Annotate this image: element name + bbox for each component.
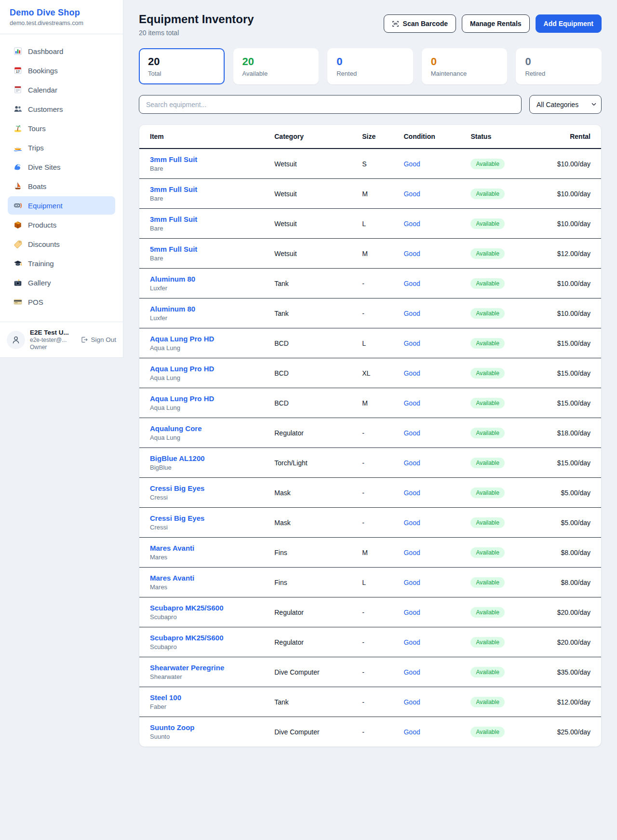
condition-link[interactable]: Good <box>403 668 420 676</box>
sidebar-item-products[interactable]: Products <box>8 216 115 234</box>
condition-link[interactable]: Good <box>403 549 420 556</box>
stat-label: Maintenance <box>431 70 498 77</box>
stat-card-available[interactable]: 20 Available <box>233 48 319 84</box>
condition-link[interactable]: Good <box>403 579 420 586</box>
table-row: Scubapro MK25/S600 Scubapro Regulator - … <box>139 597 601 627</box>
stat-value: 0 <box>336 56 404 68</box>
item-rental: $5.00/day <box>539 508 601 538</box>
condition-link[interactable]: Good <box>403 280 420 287</box>
manage-rentals-button[interactable]: Manage Rentals <box>462 14 530 33</box>
item-name-link[interactable]: Suunto Zoop <box>150 723 194 732</box>
condition-link[interactable]: Good <box>403 310 420 317</box>
sidebar-item-label: Bookings <box>28 67 58 75</box>
sidebar-item-bookings[interactable]: 17 Bookings <box>8 61 115 80</box>
sidebar-item-discounts[interactable]: Discounts <box>8 235 115 253</box>
sidebar-item-boats[interactable]: Boats <box>8 177 115 195</box>
sign-out-button[interactable]: Sign Out <box>80 336 116 343</box>
sidebar-item-calendar[interactable]: Calendar <box>8 81 115 99</box>
sidebar-item-trips[interactable]: Trips <box>8 138 115 157</box>
condition-link[interactable]: Good <box>403 369 420 377</box>
item-name-link[interactable]: Aqua Lung Pro HD <box>150 335 214 343</box>
condition-link[interactable]: Good <box>403 339 420 347</box>
item-name-link[interactable]: Mares Avanti <box>150 544 194 552</box>
item-name-link[interactable]: Aqua Lung Pro HD <box>150 365 214 373</box>
item-brand: Bare <box>150 195 263 202</box>
item-name-link[interactable]: Shearwater Peregrine <box>150 664 224 672</box>
status-badge: Available <box>470 667 504 677</box>
status-badge: Available <box>470 189 504 199</box>
status-badge: Available <box>470 428 504 438</box>
item-name-link[interactable]: Cressi Big Eyes <box>150 484 204 492</box>
item-brand: Shearwater <box>150 673 263 680</box>
item-rental: $35.00/day <box>539 657 601 687</box>
condition-link[interactable]: Good <box>403 399 420 407</box>
item-name-link[interactable]: 3mm Full Suit <box>150 185 197 193</box>
condition-link[interactable]: Good <box>403 429 420 437</box>
sidebar-item-dashboard[interactable]: Dashboard <box>8 42 115 60</box>
stat-card-maintenance[interactable]: 0 Maintenance <box>422 48 508 84</box>
table-row: Mares Avanti Mares Fins L Good Available… <box>139 568 601 597</box>
item-size: M <box>356 239 398 269</box>
add-equipment-button[interactable]: Add Equipment <box>536 14 602 33</box>
stat-value: 20 <box>242 56 310 68</box>
item-name-link[interactable]: Cressi Big Eyes <box>150 514 204 522</box>
stat-card-total[interactable]: 20 Total <box>139 48 225 84</box>
page-title: Equipment Inventory <box>139 13 254 26</box>
sidebar-item-gallery[interactable]: Gallery <box>8 273 115 292</box>
item-size: XL <box>356 358 398 388</box>
condition-link[interactable]: Good <box>403 638 420 646</box>
item-size: - <box>356 478 398 508</box>
sidebar-item-pos[interactable]: POS <box>8 293 115 311</box>
item-name-link[interactable]: Aluminum 80 <box>150 305 195 313</box>
stat-card-retired[interactable]: 0 Retired <box>516 48 602 84</box>
condition-link[interactable]: Good <box>403 190 420 198</box>
condition-link[interactable]: Good <box>403 609 420 616</box>
sidebar-item-dive-sites[interactable]: Dive Sites <box>8 158 115 176</box>
item-name-link[interactable]: 3mm Full Suit <box>150 215 197 223</box>
sidebar-item-training[interactable]: Training <box>8 254 115 272</box>
status-badge: Available <box>470 547 504 558</box>
condition-link[interactable]: Good <box>403 728 420 736</box>
item-rental: $25.00/day <box>539 717 601 747</box>
item-name-link[interactable]: 5mm Full Suit <box>150 245 197 253</box>
user-meta: E2E Test U... e2e-tester@... Owner <box>30 329 76 351</box>
condition-link[interactable]: Good <box>403 698 420 706</box>
graduation-cap-icon <box>13 259 22 268</box>
item-brand: Scubapro <box>150 613 263 621</box>
condition-link[interactable]: Good <box>403 489 420 497</box>
item-name-link[interactable]: Scubapro MK25/S600 <box>150 634 224 642</box>
stat-card-rented[interactable]: 0 Rented <box>327 48 413 84</box>
item-brand: Aqua Lung <box>150 434 263 441</box>
condition-link[interactable]: Good <box>403 220 420 228</box>
table-row: Aluminum 80 Luxfer Tank - Good Available… <box>139 298 601 328</box>
search-input[interactable] <box>139 95 522 114</box>
condition-link[interactable]: Good <box>403 250 420 257</box>
condition-link[interactable]: Good <box>403 519 420 527</box>
item-brand: Mares <box>150 554 263 561</box>
item-size: - <box>356 418 398 448</box>
stat-value: 20 <box>148 56 215 68</box>
item-name-link[interactable]: Scubapro MK25/S600 <box>150 604 224 612</box>
category-select-wrap: All Categories <box>529 95 602 114</box>
item-name-link[interactable]: 3mm Full Suit <box>150 155 197 163</box>
item-rental: $15.00/day <box>539 448 601 478</box>
item-name-link[interactable]: Steel 100 <box>150 693 181 702</box>
item-category: Fins <box>268 538 356 568</box>
item-name-link[interactable]: Mares Avanti <box>150 574 194 582</box>
item-name-link[interactable]: BigBlue AL1200 <box>150 454 205 462</box>
sidebar-item-customers[interactable]: Customers <box>8 100 115 118</box>
status-badge: Available <box>470 278 504 289</box>
stat-label: Retired <box>525 70 592 77</box>
item-name-link[interactable]: Aqua Lung Pro HD <box>150 394 214 403</box>
column-header-status: Status <box>465 125 538 149</box>
condition-link[interactable]: Good <box>403 160 420 168</box>
category-select[interactable]: All Categories <box>529 95 602 114</box>
user-email: e2e-tester@... <box>30 337 76 343</box>
item-name-link[interactable]: Aqualung Core <box>150 424 202 433</box>
scan-barcode-button[interactable]: Scan Barcode <box>384 14 456 33</box>
sidebar-item-tours[interactable]: Tours <box>8 119 115 137</box>
page-header-titles: Equipment Inventory 20 items total <box>139 13 254 37</box>
sidebar-item-equipment[interactable]: Equipment <box>8 196 115 215</box>
item-name-link[interactable]: Aluminum 80 <box>150 275 195 283</box>
condition-link[interactable]: Good <box>403 459 420 467</box>
